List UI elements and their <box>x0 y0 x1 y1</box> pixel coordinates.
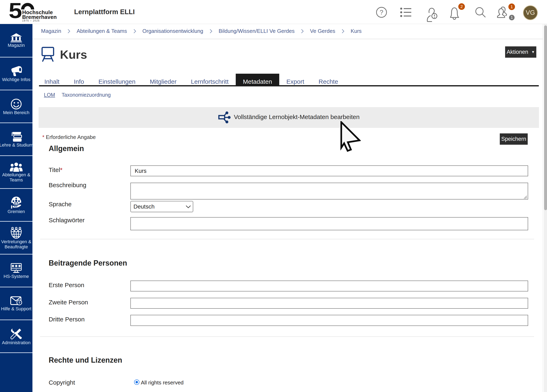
svg-text:?: ? <box>18 301 20 305</box>
svg-text:?: ? <box>380 9 383 16</box>
